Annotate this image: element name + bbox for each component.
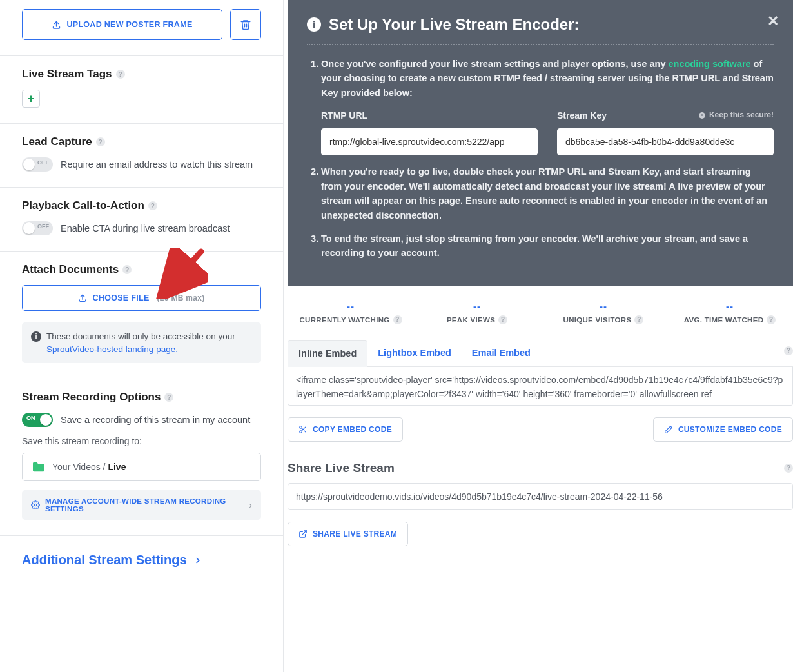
lead-capture-toggle[interactable]: OFF ON bbox=[22, 157, 53, 172]
help-icon[interactable]: ? bbox=[116, 70, 125, 79]
encoder-step-2: When you're ready to go live, double che… bbox=[321, 164, 774, 222]
chevron-right-icon: › bbox=[249, 500, 252, 510]
upload-icon bbox=[78, 293, 87, 302]
choose-file-label: Choose File bbox=[92, 293, 149, 302]
share-heading: Share Live Stream bbox=[288, 461, 395, 475]
choose-file-hint: (20 MB max) bbox=[157, 293, 205, 302]
stat-peak-views: -- PEAK VIEWS? bbox=[414, 301, 540, 324]
documents-note: i These documents will only be accessibl… bbox=[22, 322, 261, 363]
help-icon[interactable]: ? bbox=[784, 464, 793, 473]
customize-embed-code-button[interactable]: Customize Embed Code bbox=[653, 417, 793, 442]
chevron-right-icon bbox=[193, 556, 202, 565]
copy-embed-code-button[interactable]: Copy Embed Code bbox=[288, 417, 403, 442]
warning-icon bbox=[698, 112, 706, 119]
help-icon[interactable]: ? bbox=[784, 346, 793, 355]
tab-lightbox-embed[interactable]: Lightbox Embed bbox=[367, 340, 462, 366]
info-icon: i bbox=[307, 17, 321, 32]
svg-point-4 bbox=[300, 426, 302, 429]
cta-text: Enable CTA during live stream broadcast bbox=[61, 223, 230, 233]
stat-currently-watching: -- CURRENTLY WATCHING? bbox=[288, 301, 414, 324]
help-icon[interactable]: ? bbox=[393, 315, 402, 324]
svg-rect-3 bbox=[701, 117, 702, 117]
encoder-step-1: Once you've configured your live stream … bbox=[321, 57, 774, 155]
svg-point-5 bbox=[300, 431, 302, 433]
cta-toggle[interactable]: OFF ON bbox=[22, 221, 53, 235]
upload-icon bbox=[52, 20, 61, 30]
info-icon: i bbox=[31, 331, 41, 342]
stream-key-input[interactable] bbox=[557, 128, 774, 155]
recording-folder-selector[interactable]: Your Videos / Live bbox=[22, 453, 261, 481]
save-recording-text: Save a recording of this stream in my ac… bbox=[61, 415, 250, 425]
svg-point-0 bbox=[34, 504, 37, 506]
landing-page-link[interactable]: SproutVideo-hosted landing page. bbox=[46, 344, 178, 354]
delete-poster-button[interactable] bbox=[230, 9, 261, 40]
save-recording-toggle[interactable]: ON OFF bbox=[22, 413, 53, 427]
stream-recording-heading: Stream Recording Options ? bbox=[22, 391, 261, 404]
gear-icon bbox=[31, 500, 40, 509]
svg-rect-2 bbox=[701, 114, 702, 116]
help-icon[interactable]: ? bbox=[164, 393, 173, 402]
attach-documents-heading: Attach Documents ? bbox=[22, 263, 261, 276]
save-to-label: Save this stream recording to: bbox=[22, 436, 261, 446]
embed-code-textarea[interactable] bbox=[288, 367, 793, 406]
choose-file-button[interactable]: Choose File (20 MB max) bbox=[22, 285, 261, 311]
help-icon[interactable]: ? bbox=[498, 315, 507, 324]
additional-stream-settings-toggle[interactable]: Additional Stream Settings bbox=[0, 536, 283, 584]
folder-icon bbox=[32, 461, 46, 473]
help-icon[interactable]: ? bbox=[122, 265, 132, 274]
encoding-software-link[interactable]: encoding software bbox=[668, 59, 750, 69]
upload-poster-frame-label: Upload New Poster Frame bbox=[66, 20, 192, 29]
tab-email-embed[interactable]: Email Embed bbox=[462, 340, 541, 366]
keep-secure-note: Keep this secure! bbox=[698, 109, 774, 121]
lead-capture-heading: Lead Capture ? bbox=[22, 135, 261, 148]
upload-poster-frame-button[interactable]: Upload New Poster Frame bbox=[22, 9, 222, 40]
manage-recording-settings-link[interactable]: Manage Account-Wide Stream Recording Set… bbox=[22, 490, 261, 520]
pencil-icon bbox=[664, 425, 673, 434]
help-icon[interactable]: ? bbox=[634, 315, 643, 324]
playback-cta-heading: Playback Call-to-Action ? bbox=[22, 199, 261, 212]
help-icon[interactable]: ? bbox=[767, 315, 776, 324]
encoder-setup-panel: ✕ i Set Up Your Live Stream Encoder: Onc… bbox=[288, 0, 793, 286]
stat-avg-time: -- AVG. TIME WATCHED? bbox=[667, 301, 793, 324]
lead-capture-text: Require an email address to watch this s… bbox=[61, 159, 253, 170]
live-stream-tags-heading: Live Stream Tags ? bbox=[22, 68, 261, 81]
close-icon[interactable]: ✕ bbox=[767, 13, 779, 30]
share-url-input[interactable] bbox=[288, 483, 793, 510]
help-icon[interactable]: ? bbox=[96, 137, 105, 146]
encoder-title: Set Up Your Live Stream Encoder: bbox=[329, 15, 580, 34]
share-live-stream-button[interactable]: Share Live Stream bbox=[288, 522, 408, 546]
external-link-icon bbox=[298, 529, 308, 539]
stat-unique-visitors: -- UNIQUE VISITORS? bbox=[540, 301, 667, 324]
help-icon[interactable]: ? bbox=[148, 201, 157, 210]
trash-icon bbox=[240, 19, 251, 30]
scissors-icon bbox=[298, 425, 308, 434]
stream-key-label: Stream Key bbox=[557, 110, 607, 121]
rtmp-url-input[interactable] bbox=[321, 128, 538, 155]
rtmp-url-label: RTMP URL bbox=[321, 109, 538, 123]
tab-inline-embed[interactable]: Inline Embed bbox=[288, 340, 367, 367]
add-tag-button[interactable]: + bbox=[22, 90, 40, 108]
stats-row: -- CURRENTLY WATCHING? -- PEAK VIEWS? --… bbox=[288, 301, 793, 324]
encoder-step-3: To end the stream, just stop streaming f… bbox=[321, 232, 774, 261]
